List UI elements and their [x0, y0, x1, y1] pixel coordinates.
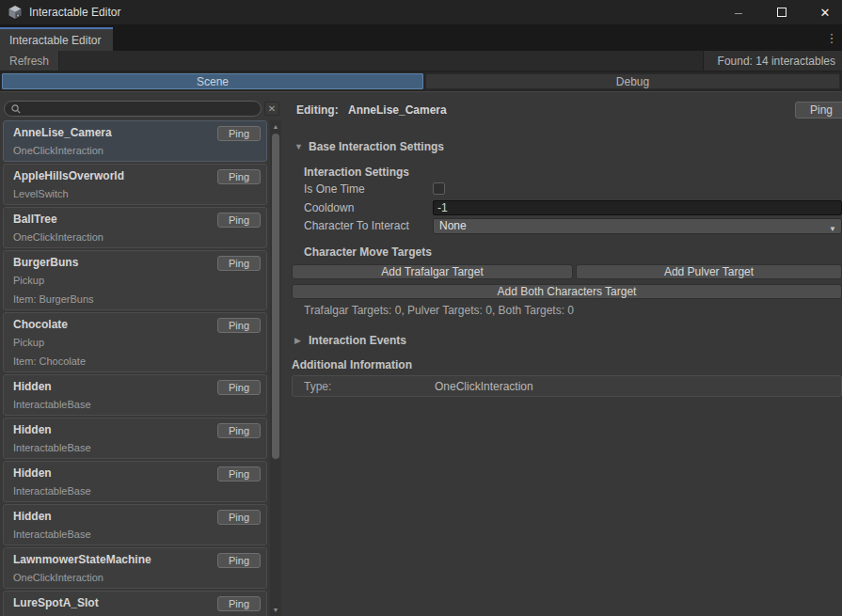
chevron-down-icon: ▼: [829, 222, 836, 236]
character-to-interact-dropdown[interactable]: None ▼: [433, 218, 842, 234]
found-count: Found: 14 interactables: [703, 51, 842, 71]
list-scrollbar[interactable]: ▲ ▼: [270, 120, 281, 616]
toolbar: Refresh Found: 14 interactables: [0, 51, 842, 71]
dropdown-value: None: [439, 219, 467, 232]
minimize-icon: –: [735, 5, 742, 20]
ping-button[interactable]: Ping: [217, 256, 261, 271]
is-one-time-label: Is One Time: [304, 182, 365, 196]
ping-button[interactable]: Ping: [217, 553, 261, 568]
kebab-menu-icon[interactable]: ⋮: [824, 30, 839, 47]
list-item-type: OneClickInteraction: [13, 231, 103, 243]
view-tab-bar: Scene Debug: [0, 71, 842, 91]
list-item[interactable]: Hidden InteractableBase Ping: [3, 504, 267, 545]
search-input[interactable]: [4, 101, 262, 117]
list-item-name: Hidden: [13, 380, 52, 393]
character-to-interact-label: Character To Interact: [304, 219, 409, 232]
list-item-type: InteractableBase: [13, 485, 91, 497]
tab-debug[interactable]: Debug: [425, 73, 840, 89]
additional-information-header: Additional Information: [292, 358, 412, 371]
list-item-type: Pickup: [13, 337, 44, 348]
ping-button[interactable]: Ping: [217, 126, 261, 141]
base-interaction-settings-foldout[interactable]: ▼ Base Interaction Settings: [294, 140, 444, 153]
window-minimize-button[interactable]: –: [718, 0, 759, 24]
list-item-extra: Item: Chocolate: [13, 355, 86, 367]
list-item[interactable]: Hidden InteractableBase Ping: [3, 374, 267, 416]
list-item[interactable]: LureSpotA_Slot Ping: [3, 591, 267, 616]
list-item-type: Pickup: [13, 275, 44, 286]
window-maximize-button[interactable]: [761, 0, 802, 24]
close-icon: ✕: [820, 6, 831, 20]
targets-summary: Trafalgar Targets: 0, Pulver Targets: 0,…: [304, 304, 574, 317]
list-item[interactable]: BurgerBuns Pickup Item: BurgerBuns Ping: [3, 250, 267, 310]
ping-button[interactable]: Ping: [217, 423, 261, 438]
list-item[interactable]: BallTree OneClickInteraction Ping: [3, 207, 267, 248]
scroll-up-icon[interactable]: ▲: [270, 121, 281, 133]
clear-icon: ✕: [268, 103, 276, 114]
type-info-box: Type: OneClickInteraction: [292, 375, 842, 397]
list-item-name: AnneLise_Camera: [13, 126, 112, 139]
add-pulver-target-button[interactable]: Add Pulver Target: [576, 264, 842, 279]
editing-ping-button[interactable]: Ping: [795, 102, 842, 118]
found-count-text: Found: 14 interactables: [718, 55, 835, 68]
list-item[interactable]: LawnmowerStateMachine OneClickInteractio…: [3, 547, 267, 589]
refresh-button[interactable]: Refresh: [0, 51, 59, 71]
is-one-time-checkbox[interactable]: [433, 182, 445, 195]
ping-button[interactable]: Ping: [217, 510, 261, 525]
list-item[interactable]: AnneLise_Camera OneClickInteraction Ping: [3, 120, 267, 162]
list-item-extra: Item: BurgerBuns: [13, 293, 94, 305]
interaction-settings-header: Interaction Settings: [304, 166, 409, 179]
add-both-characters-target-button[interactable]: Add Both Characters Target: [292, 284, 842, 299]
list-item-type: OneClickInteraction: [13, 145, 103, 156]
editor-detail-panel: Editing: AnneLise_Camera Ping ▼ Base Int…: [283, 92, 842, 616]
search-icon: [10, 103, 22, 115]
list-item-name: Chocolate: [13, 318, 68, 331]
scrollbar-thumb[interactable]: [272, 134, 279, 459]
window-close-button[interactable]: ✕: [804, 0, 842, 24]
titlebar: Interactable Editor – ✕: [0, 0, 842, 24]
list-item-name: LureSpotA_Slot: [13, 596, 99, 609]
refresh-label: Refresh: [9, 55, 49, 68]
list-item-name: Hidden: [13, 510, 52, 523]
character-move-targets-header: Character Move Targets: [304, 245, 432, 259]
maximize-icon: [777, 8, 786, 17]
search-clear-button[interactable]: ✕: [264, 102, 279, 116]
list-item-name: BallTree: [13, 213, 57, 226]
ping-button[interactable]: Ping: [217, 318, 261, 333]
list-item-name: AppleHillsOverworld: [13, 169, 124, 182]
editing-label: Editing:: [296, 103, 339, 117]
list-item-type: InteractableBase: [13, 399, 91, 410]
list-item[interactable]: AppleHillsOverworld LevelSwitch Ping: [3, 164, 267, 205]
editor-tab-strip: Interactable Editor ⋮: [0, 24, 842, 51]
events-foldout-label: Interaction Events: [309, 334, 406, 347]
list-item-name: Hidden: [13, 466, 52, 480]
ping-button[interactable]: Ping: [217, 596, 261, 611]
tab-debug-label: Debug: [616, 75, 649, 88]
list-item-name: BurgerBuns: [13, 256, 78, 269]
tab-scene[interactable]: Scene: [2, 73, 423, 89]
base-foldout-label: Base Interaction Settings: [309, 140, 444, 153]
window-title: Interactable Editor: [29, 6, 120, 19]
tab-interactable-editor[interactable]: Interactable Editor: [0, 27, 113, 51]
list-item[interactable]: Hidden InteractableBase Ping: [3, 418, 267, 459]
tab-label: Interactable Editor: [9, 34, 101, 47]
ping-button[interactable]: Ping: [217, 380, 261, 395]
list-item-type: OneClickInteraction: [13, 572, 103, 583]
tab-scene-label: Scene: [197, 75, 229, 88]
interactable-list-panel: ✕ AnneLise_Camera OneClickInteraction Pi…: [0, 92, 283, 616]
unity-cube-icon: [8, 5, 23, 20]
list-item[interactable]: Chocolate Pickup Item: Chocolate Ping: [3, 312, 267, 372]
ping-button[interactable]: Ping: [217, 169, 261, 184]
ping-button[interactable]: Ping: [217, 213, 261, 228]
scroll-down-icon[interactable]: ▼: [270, 605, 281, 616]
foldout-closed-icon: ▶: [294, 336, 303, 345]
list-item[interactable]: Hidden InteractableBase Ping: [3, 461, 267, 502]
foldout-open-icon: ▼: [294, 142, 303, 151]
ping-button[interactable]: Ping: [217, 466, 261, 482]
type-label: Type:: [304, 380, 331, 393]
cooldown-field[interactable]: -1: [433, 200, 842, 215]
interactable-list: AnneLise_Camera OneClickInteraction Ping…: [3, 120, 267, 616]
interaction-events-foldout[interactable]: ▶ Interaction Events: [294, 334, 406, 347]
editing-value: AnneLise_Camera: [348, 103, 447, 117]
content-area: ✕ AnneLise_Camera OneClickInteraction Pi…: [0, 91, 842, 616]
add-trafalgar-target-button[interactable]: Add Trafalgar Target: [292, 264, 573, 279]
